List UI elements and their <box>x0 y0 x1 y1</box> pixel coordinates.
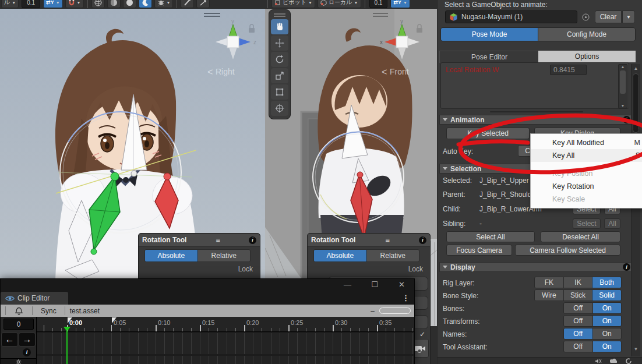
rig-fk-button[interactable]: FK <box>535 277 564 288</box>
gameobject-field[interactable]: Nugasu-Mayumi (1) <box>445 10 577 23</box>
bone-solid-button[interactable]: Solid <box>592 290 621 301</box>
scrollbar-thumb[interactable] <box>633 73 639 133</box>
gear-icon[interactable] <box>15 359 22 364</box>
absolute-button[interactable]: Absolute <box>314 250 367 261</box>
kebab-menu-icon[interactable]: ⋮ <box>402 294 410 302</box>
bone-stick-button[interactable]: Stick <box>564 290 593 301</box>
focus-camera-button[interactable]: Focus Camera <box>446 245 512 256</box>
prev-frame-button[interactable]: ← <box>1 333 18 347</box>
rig-ik-button[interactable]: IK <box>564 277 593 288</box>
space-dropdown[interactable]: ローカル▼ <box>318 0 361 8</box>
bones-on-button[interactable]: On <box>593 303 622 313</box>
playhead-line[interactable] <box>66 330 68 364</box>
tool-assistant-on-button[interactable]: On <box>593 341 622 352</box>
timeline-ruler[interactable]: 0:00 0:05 0:10 0:15 0:20 0:25 0:30 0:35 <box>37 317 414 332</box>
debug-options-button[interactable]: ▼ <box>154 0 174 8</box>
snap-axis-button[interactable]: ⇄Y▼ <box>43 0 63 8</box>
menu-item-key-all[interactable]: Key AllS <box>531 149 642 162</box>
panel-scrollbar[interactable]: ▲ ▼ <box>631 64 640 356</box>
scroll-up-icon[interactable]: ▲ <box>619 65 627 69</box>
menu-item-key-rotation[interactable]: Key Rotation <box>531 180 642 193</box>
resize-grip[interactable] <box>490 111 583 112</box>
select-sibling-button[interactable]: Select <box>573 218 601 229</box>
info-icon[interactable]: i <box>23 348 31 356</box>
zoom-out-icon[interactable]: – <box>371 307 375 315</box>
rotation-tool-titlebar[interactable]: Rotation Tool ≡ i <box>308 234 430 247</box>
rect-tool-button[interactable] <box>271 84 288 100</box>
rotate-tool-button[interactable] <box>271 52 288 67</box>
info-icon[interactable]: i <box>623 116 630 123</box>
bone-wire-button[interactable]: Wire <box>535 290 564 301</box>
scroll-down-icon[interactable]: ▼ <box>632 347 640 352</box>
event-marker[interactable] <box>112 317 117 323</box>
menu-item-key-all-modified[interactable]: Key All ModifiedM <box>531 136 642 149</box>
pivot-dropdown[interactable]: ピボット▼ <box>271 0 315 8</box>
info-icon[interactable]: i <box>249 236 256 244</box>
orientation-dropdown[interactable]: ル▼ <box>1 0 19 8</box>
rig-both-button[interactable]: Both <box>592 277 621 288</box>
scroll-up-icon[interactable]: ▲ <box>632 64 640 71</box>
listbox-scrollbar[interactable]: ▲ ▼ <box>618 64 627 108</box>
snap-axis-button[interactable]: ⇄Y▼ <box>390 0 410 8</box>
annotate-tool-button[interactable] <box>181 0 194 8</box>
timeline-track[interactable] <box>37 333 414 354</box>
shading-wireframe-button[interactable] <box>91 0 105 8</box>
muted-speaker-icon[interactable] <box>595 358 602 364</box>
minimize-button[interactable]: — <box>344 280 351 289</box>
select-all-button[interactable]: Select All <box>446 231 535 242</box>
maximize-button[interactable]: ☐ <box>371 280 378 289</box>
cloud-icon[interactable] <box>610 358 617 364</box>
checkbox-checked[interactable]: ✓ <box>419 330 425 338</box>
timeline-track[interactable] <box>37 356 414 364</box>
tab-options[interactable]: Options <box>538 51 636 62</box>
camera-follow-button[interactable]: Camera Follow Selected <box>515 245 620 256</box>
info-icon[interactable]: i <box>623 263 630 271</box>
pose-mode-button[interactable]: Pose Mode <box>441 28 538 41</box>
clear-button[interactable]: Clear <box>595 10 622 23</box>
key-selected-button[interactable]: Key Selected <box>446 128 530 139</box>
move-tool-button[interactable] <box>271 36 288 51</box>
transforms-off-button[interactable]: Off <box>564 316 593 326</box>
snap-increment-field[interactable]: 0.1 <box>369 0 388 8</box>
next-frame-button[interactable]: → <box>19 333 36 347</box>
select-all-sibling-button[interactable]: All <box>604 218 620 229</box>
overlay-drag-handle[interactable] <box>274 13 285 17</box>
names-off-button[interactable]: Off <box>564 328 593 339</box>
shading-shaded-button[interactable] <box>107 0 121 8</box>
absolute-button[interactable]: Absolute <box>145 250 198 261</box>
object-picker-icon[interactable] <box>581 13 590 22</box>
menu-icon[interactable]: ≡ <box>385 236 389 245</box>
clear-dropdown-button[interactable]: ▼ <box>622 10 635 23</box>
transforms-on-button[interactable]: On <box>593 316 622 326</box>
config-mode-button[interactable]: Config Mode <box>538 28 635 41</box>
names-on-button[interactable]: On <box>593 328 622 339</box>
magnet-snap-button[interactable]: ▼ <box>65 0 84 8</box>
relative-button[interactable]: Relative <box>367 250 419 261</box>
bones-off-button[interactable]: Off <box>564 303 593 313</box>
frame-number-field[interactable]: 0 <box>3 319 34 330</box>
tab-pose-editor[interactable]: Pose Editor <box>439 51 539 63</box>
menu-icon[interactable]: ≡ <box>216 236 220 245</box>
relative-button[interactable]: Relative <box>198 250 251 261</box>
display-section-header[interactable]: Display i <box>439 262 634 272</box>
scrollbar-thumb[interactable] <box>620 70 626 94</box>
timeline-zoom-slider[interactable] <box>379 308 411 314</box>
event-marker[interactable] <box>68 317 72 323</box>
deselect-all-button[interactable]: Deselect All <box>541 231 620 242</box>
tool-assistant-off-button[interactable]: Off <box>564 341 593 352</box>
info-icon[interactable]: i <box>419 236 426 244</box>
snap-increment-field[interactable]: 0.1 <box>22 0 40 8</box>
scroll-down-icon[interactable]: ▼ <box>619 104 627 108</box>
property-list[interactable]: Local Rotation W 0.8415 ▲ ▼ <box>440 62 629 109</box>
sync-button[interactable]: Sync <box>37 307 60 315</box>
animation-section-header[interactable]: Animation i <box>439 115 634 125</box>
property-value-field[interactable]: 0.8415 <box>550 65 587 75</box>
scale-tool-button[interactable] <box>271 68 288 83</box>
close-button[interactable]: ✕ <box>398 280 405 289</box>
hand-tool-button[interactable] <box>271 19 288 34</box>
notification-bell-icon[interactable] <box>15 307 23 315</box>
rotation-tool-titlebar[interactable]: Rotation Tool ≡ i <box>139 234 260 247</box>
annotate-tool2-button[interactable] <box>196 0 210 8</box>
shading-rendered-button[interactable] <box>139 0 152 8</box>
clip-editor-tab[interactable]: Clip Editor <box>1 292 68 305</box>
